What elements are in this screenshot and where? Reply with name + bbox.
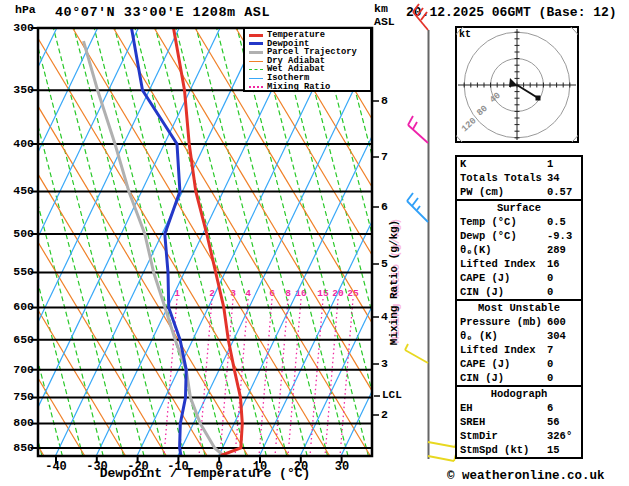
- mixing-ratio-tick: 15: [315, 288, 331, 299]
- pressure-tick: 500: [4, 227, 34, 240]
- pressure-tick: 700: [4, 363, 34, 376]
- mixing-ratio-tick: 6: [264, 288, 280, 299]
- table-row: θₑ(K)289: [457, 243, 581, 257]
- table-row: CAPE (J)0: [457, 357, 581, 371]
- lcl-label: LCL: [382, 389, 402, 401]
- pressure-tick: 550: [4, 265, 34, 278]
- table-row: Lifted Index7: [457, 343, 581, 357]
- dewpoint-line-sample: [249, 42, 263, 45]
- table-row: Pressure (mb)600: [457, 315, 581, 329]
- mixing-ratio-tick: 25: [345, 288, 361, 299]
- temp-tick: -40: [38, 460, 74, 474]
- mixing-ratio-line-sample: [249, 86, 263, 88]
- dewpoint-curve: [132, 28, 187, 456]
- pressure-tick: 650: [4, 333, 34, 346]
- pressure-tick: 850: [4, 441, 34, 454]
- isotherm-line-sample: [249, 78, 263, 79]
- date-title: 20.12.2025 06GMT (Base: 12): [406, 5, 617, 20]
- table-row: K1: [457, 157, 581, 171]
- km-tick: 4: [381, 310, 388, 323]
- temp-tick: -10: [160, 460, 196, 474]
- wet-adiabat-line-sample: [249, 69, 263, 70]
- copyright: © weatheronline.co.uk: [447, 469, 605, 483]
- table-row: StmDir326°: [457, 429, 581, 443]
- table-row: CIN (J)0: [457, 371, 581, 385]
- pressure-unit-label: hPa: [15, 3, 36, 16]
- wind-barb: [405, 344, 428, 363]
- mixing-ratio-tick: 1: [169, 288, 185, 299]
- table-row: CAPE (J)0: [457, 271, 581, 285]
- page-title: 40°07'N 33°00'E 1208m ASL: [55, 5, 270, 20]
- mixing-ratio-tick: 3: [225, 288, 241, 299]
- hodograph-unit-label: kt: [459, 29, 471, 40]
- mixing-ratio-tick: 20: [330, 288, 346, 299]
- temp-tick: 10: [242, 460, 278, 474]
- dry-adiabat-line-sample: [249, 61, 263, 62]
- hodograph-vector-arrowhead: [509, 78, 518, 87]
- table-section-hodograph: Hodograph: [457, 385, 581, 401]
- mixing-ratio-tick: 4: [240, 288, 256, 299]
- table-row: EH6: [457, 401, 581, 415]
- mixing-ratio-tick: 2: [204, 288, 220, 299]
- parcel-trajectory-curve: [84, 41, 224, 455]
- skewt-sounding-screen: hPa 40°07'N 33°00'E 1208m ASL kmASL 20.1…: [0, 0, 629, 486]
- wind-barb: [408, 116, 428, 143]
- parcel-line-sample: [249, 51, 263, 54]
- altitude-unit-label: kmASL: [374, 2, 395, 28]
- legend: Temperature Dewpoint Parcel Trajectory D…: [243, 27, 372, 92]
- hodograph-ring-label-80: 80: [475, 104, 490, 119]
- table-row: θₑ (K)304: [457, 329, 581, 343]
- table-row: PW (cm)0.57: [457, 185, 581, 199]
- table-row: Dewp (°C)-9.3: [457, 229, 581, 243]
- km-tick: 2: [381, 408, 388, 421]
- table-row: Lifted Index16: [457, 257, 581, 271]
- wind-barb: [428, 454, 456, 461]
- pressure-tick: 450: [4, 184, 34, 197]
- table-row: SREH56: [457, 415, 581, 429]
- pressure-tick: 750: [4, 390, 34, 403]
- km-tick: 7: [381, 150, 388, 163]
- pressure-tick: 800: [4, 416, 34, 429]
- table-row: Totals Totals34: [457, 171, 581, 185]
- mixing-ratio-axis-label: Mixing Ratio (g/kg): [388, 208, 401, 358]
- km-tick: 6: [381, 200, 388, 213]
- indices-table: K1 Totals Totals34 PW (cm)0.57 Surface T…: [455, 155, 583, 459]
- pressure-tick: 600: [4, 300, 34, 313]
- temp-tick: -20: [120, 460, 156, 474]
- km-tick: 3: [381, 357, 388, 370]
- temp-tick: 20: [283, 460, 319, 474]
- plot-border: [38, 28, 372, 456]
- pressure-tick: 400: [4, 137, 34, 150]
- table-row: CIN (J)0: [457, 285, 581, 299]
- table-section-surface: Surface: [457, 199, 581, 215]
- km-tick: 8: [381, 94, 388, 107]
- table-row: Temp (°C)0.5: [457, 215, 581, 229]
- km-tick: 5: [381, 257, 388, 270]
- temp-tick: -30: [79, 460, 115, 474]
- temp-tick: 30: [324, 460, 360, 474]
- hodograph-vector-end: [536, 96, 541, 101]
- temperature-line-sample: [249, 34, 263, 37]
- temperature-curve: [174, 28, 243, 456]
- hodograph-ring-label-120: 120: [460, 116, 479, 134]
- hodograph-ring-label-40: 40: [488, 91, 503, 106]
- wind-barb: [428, 440, 457, 447]
- table-row: StmSpd (kt)15: [457, 443, 581, 457]
- table-section-most-unstable: Most Unstable: [457, 299, 581, 315]
- mixing-ratio-tick: 10: [293, 288, 309, 299]
- wind-barb: [407, 193, 428, 222]
- temp-tick: 0: [201, 460, 237, 474]
- legend-item-mixing-ratio: Mixing Ratio: [249, 83, 370, 92]
- pressure-tick: 300: [4, 21, 34, 34]
- pressure-tick: 350: [4, 83, 34, 96]
